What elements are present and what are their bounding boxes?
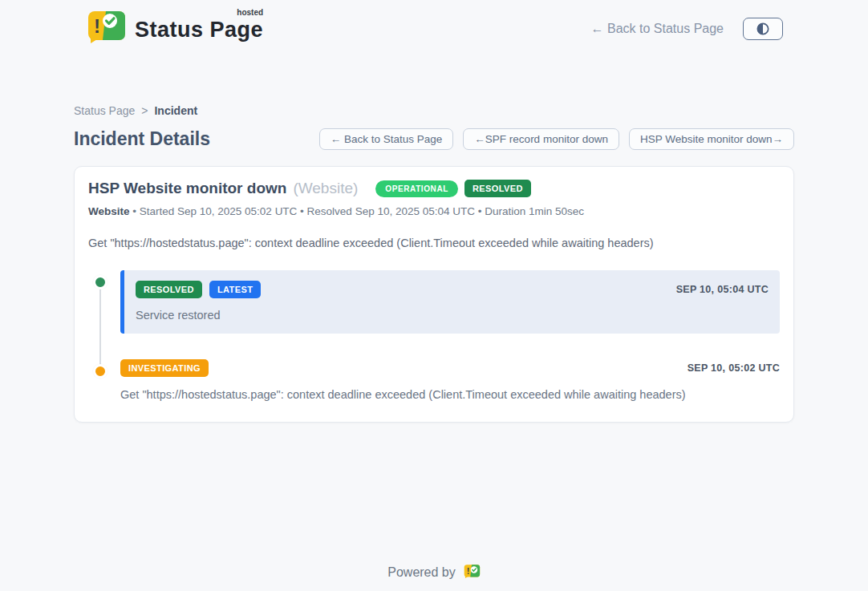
brand-name: Status Page <box>135 18 263 42</box>
back-to-status-page-link[interactable]: ← Back to Status Page <box>591 22 724 36</box>
title-row: Incident Details ← Back to Status Page ←… <box>74 128 794 150</box>
timeline-timestamp: SEP 10, 05:02 UTC <box>688 362 780 374</box>
meta-details: • Started Sep 10, 2025 05:02 UTC • Resol… <box>130 205 585 217</box>
timeline-entry-investigating: INVESTIGATING SEP 10, 05:02 UTC Get "htt… <box>88 359 780 401</box>
resolved-badge: RESOLVED <box>136 281 202 298</box>
next-incident-button[interactable]: HSP Website monitor down→ <box>629 128 794 150</box>
logo-text: Status Page hosted <box>135 10 263 43</box>
svg-text:!: ! <box>94 15 100 37</box>
incident-title: HSP Website monitor down <box>88 180 286 197</box>
incident-meta: Website • Started Sep 10, 2025 05:02 UTC… <box>88 205 780 217</box>
incident-title-row: HSP Website monitor down (Website) OPERA… <box>88 180 780 197</box>
timeline-entry-head: RESOLVED LATEST SEP 10, 05:04 UTC <box>136 281 769 298</box>
footer: Powered by ! © 2025-10-08 14:10:34.77208… <box>0 564 868 591</box>
incident-status-badge: RESOLVED <box>464 180 531 197</box>
statuspage-mini-logo-icon[interactable]: ! <box>463 564 481 581</box>
incident-card: HSP Website monitor down (Website) OPERA… <box>74 166 794 423</box>
incident-timeline: RESOLVED LATEST SEP 10, 05:04 UTC Servic… <box>88 270 780 401</box>
svg-text:!: ! <box>466 566 469 576</box>
powered-by-label: Powered by <box>387 565 456 580</box>
header-right: ← Back to Status Page <box>591 18 783 40</box>
timeline-entry-head: INVESTIGATING SEP 10, 05:02 UTC <box>120 359 780 377</box>
header: ! Status Page hosted ← Back to Status Pa… <box>85 0 783 48</box>
component-status-badge: OPERATIONAL <box>375 180 458 197</box>
page-title: Incident Details <box>74 128 210 150</box>
brand-superscript: hosted <box>237 8 263 17</box>
latest-badge: LATEST <box>209 281 261 298</box>
breadcrumb-current: Incident <box>154 104 197 117</box>
main-content: Status Page > Incident Incident Details … <box>74 104 794 423</box>
statuspage-logo[interactable]: ! Status Page hosted <box>85 10 263 48</box>
incident-component: (Website) <box>293 180 358 197</box>
timeline-message: Service restored <box>136 309 769 322</box>
timeline-timestamp: SEP 10, 05:04 UTC <box>676 284 769 295</box>
timeline-dot-resolved <box>93 275 107 289</box>
breadcrumb-separator: > <box>141 104 148 117</box>
prev-incident-button[interactable]: ←SPF record monitor down <box>463 128 619 150</box>
theme-toggle-button[interactable] <box>743 18 783 40</box>
statuspage-logo-icon: ! <box>85 10 127 48</box>
timeline-dot-investigating <box>93 364 107 378</box>
breadcrumb-root[interactable]: Status Page <box>74 104 135 117</box>
half-circle-contrast-icon <box>755 21 771 37</box>
timeline-message: Get "https://hostedstatus.page": context… <box>120 388 780 401</box>
investigating-badge: INVESTIGATING <box>120 359 209 377</box>
incident-description: Get "https://hostedstatus.page": context… <box>88 237 780 249</box>
timeline-entry-resolved: RESOLVED LATEST SEP 10, 05:04 UTC Servic… <box>88 270 780 334</box>
meta-component-name: Website <box>88 205 130 217</box>
timeline-highlight-box: RESOLVED LATEST SEP 10, 05:04 UTC Servic… <box>120 270 780 334</box>
powered-by: Powered by ! <box>0 564 868 581</box>
back-to-status-page-button[interactable]: ← Back to Status Page <box>319 128 454 150</box>
timeline-plain-box: INVESTIGATING SEP 10, 05:02 UTC Get "htt… <box>120 359 780 401</box>
breadcrumb: Status Page > Incident <box>74 104 794 117</box>
incident-nav-buttons: ← Back to Status Page ←SPF record monito… <box>319 128 794 150</box>
